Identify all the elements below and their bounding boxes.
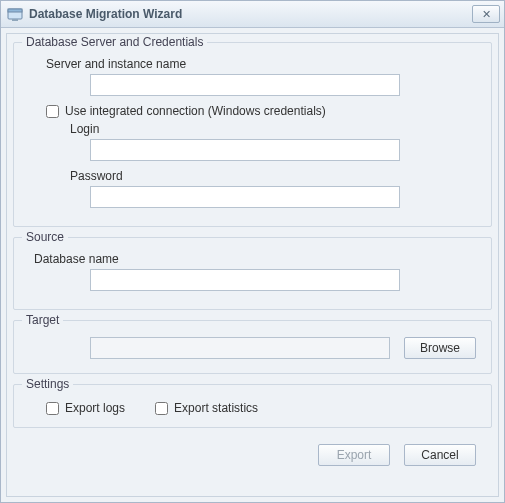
password-input[interactable] — [90, 186, 400, 208]
close-icon: ✕ — [482, 9, 491, 20]
export-stats-row: Export statistics — [155, 401, 258, 415]
server-input[interactable] — [90, 74, 400, 96]
target-path-input[interactable] — [90, 337, 390, 359]
group-credentials-title: Database Server and Credentials — [22, 35, 207, 49]
title-bar: Database Migration Wizard ✕ — [1, 1, 504, 28]
group-settings-title: Settings — [22, 377, 73, 391]
integrated-check-row: Use integrated connection (Windows crede… — [46, 104, 483, 118]
dbname-field: Database name — [22, 252, 483, 291]
server-label: Server and instance name — [46, 57, 483, 71]
group-source: Source Database name — [13, 237, 492, 310]
password-field: Password — [22, 169, 483, 208]
export-stats-label: Export statistics — [174, 401, 258, 415]
group-settings: Settings Export logs Export statistics — [13, 384, 492, 428]
export-stats-checkbox[interactable] — [155, 402, 168, 415]
window-title: Database Migration Wizard — [29, 7, 182, 21]
content-panel: Database Server and Credentials Server a… — [6, 33, 499, 497]
login-field: Login — [22, 122, 483, 161]
window-frame: Database Migration Wizard ✕ Database Ser… — [0, 0, 505, 503]
dbname-input[interactable] — [90, 269, 400, 291]
login-label: Login — [70, 122, 483, 136]
export-button[interactable]: Export — [318, 444, 390, 466]
title-left: Database Migration Wizard — [7, 6, 182, 22]
export-logs-label: Export logs — [65, 401, 125, 415]
login-input[interactable] — [90, 139, 400, 161]
cancel-button[interactable]: Cancel — [404, 444, 476, 466]
group-source-title: Source — [22, 230, 68, 244]
group-credentials: Database Server and Credentials Server a… — [13, 42, 492, 227]
group-target-title: Target — [22, 313, 63, 327]
window-body: Database Server and Credentials Server a… — [1, 28, 504, 502]
app-icon — [7, 6, 23, 22]
close-button[interactable]: ✕ — [472, 5, 500, 23]
export-logs-checkbox[interactable] — [46, 402, 59, 415]
integrated-checkbox[interactable] — [46, 105, 59, 118]
target-row: Browse — [90, 337, 483, 359]
password-label: Password — [70, 169, 483, 183]
svg-rect-1 — [8, 9, 22, 12]
svg-rect-2 — [12, 19, 18, 21]
export-logs-row: Export logs — [46, 401, 125, 415]
settings-checks: Export logs Export statistics — [46, 401, 483, 415]
server-field: Server and instance name — [22, 57, 483, 96]
group-target: Target Browse — [13, 320, 492, 374]
integrated-label: Use integrated connection (Windows crede… — [65, 104, 326, 118]
browse-button[interactable]: Browse — [404, 337, 476, 359]
dbname-label: Database name — [34, 252, 483, 266]
dialog-buttons: Export Cancel — [11, 434, 494, 466]
